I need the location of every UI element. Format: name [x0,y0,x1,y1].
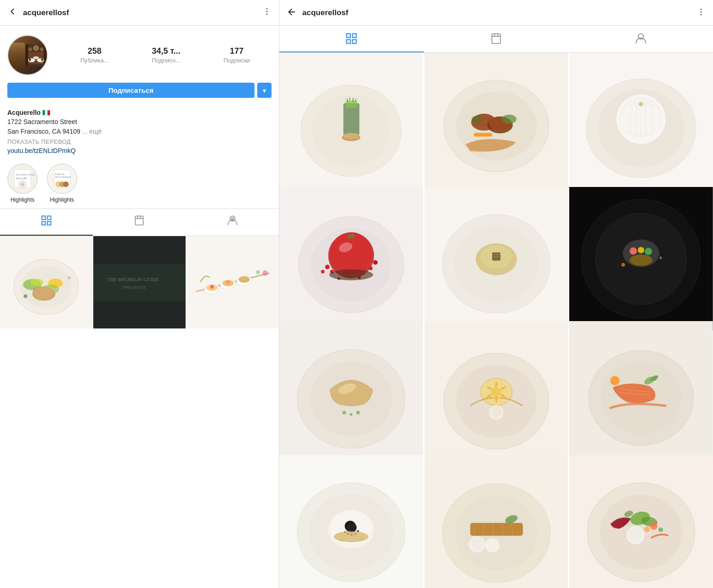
left-more-icon[interactable] [262,7,272,19]
svg-point-145 [630,247,637,254]
svg-rect-32 [47,221,51,225]
tab-igtv[interactable] [93,209,186,236]
svg-point-211 [658,527,663,532]
svg-rect-30 [47,216,51,220]
svg-point-127 [367,261,370,264]
following-label: Подписки [223,57,250,64]
right-photo-4[interactable] [279,187,423,331]
svg-point-186 [340,539,342,541]
right-tab-igtv[interactable] [424,26,569,52]
svg-point-68 [243,277,246,280]
bio-more[interactable]: ... ещё [82,128,102,135]
svg-rect-88 [345,101,357,108]
highlight-1-label: Highlights [11,197,35,203]
right-photo-12[interactable] [569,455,713,588]
highlight-1[interactable]: one rosette, for you black truffle Highl… [7,164,38,203]
svg-point-69 [262,270,268,276]
show-translation[interactable]: ПОКАЗАТЬ ПЕРЕВОД [7,138,272,145]
svg-point-12 [40,47,44,51]
right-photo-9[interactable] [569,321,713,465]
svg-point-155 [342,411,346,414]
svg-rect-138 [492,252,500,260]
back-icon[interactable] [7,6,17,19]
tab-grid[interactable] [0,209,93,236]
photo-cell[interactable] [187,236,279,328]
svg-point-208 [628,527,643,542]
svg-rect-8 [29,58,31,61]
right-photo-10[interactable] [279,455,423,588]
right-photo-6[interactable] [569,187,713,331]
following-count: 177 [230,46,243,56]
svg-point-130 [329,269,373,280]
svg-point-156 [350,413,352,416]
svg-point-90 [343,133,359,139]
svg-point-10 [33,45,39,51]
svg-point-210 [645,526,650,532]
svg-point-200 [485,538,499,553]
svg-point-21 [21,183,24,186]
bio-address-1: 1722 Sacramento Street [7,117,272,127]
right-back-icon[interactable] [287,7,297,19]
highlight-2-label: Highlights [50,197,74,203]
svg-point-126 [369,266,373,270]
followers-label: Подписч... [152,57,180,64]
right-photo-1[interactable] [279,53,423,197]
tab-tagged[interactable] [186,209,279,236]
bio-address-city: San Francisco, CA 94109 [7,128,80,135]
svg-point-0 [266,8,268,9]
svg-point-74 [701,14,702,15]
svg-point-115 [639,102,644,107]
right-photo-8[interactable] [424,321,568,465]
right-photo-11[interactable] [424,455,568,588]
svg-rect-33 [136,216,143,225]
svg-point-199 [470,537,483,550]
stat-posts[interactable]: 258 Публика... [80,46,109,64]
svg-point-209 [651,522,658,530]
right-tab-tagged[interactable] [568,26,713,52]
svg-point-5 [28,58,35,62]
avatar[interactable] [7,35,48,75]
highlight-2[interactable]: thank you top sf restaurant Highlights [47,164,77,203]
highlight-1-circle: one rosette, for you black truffle [7,164,38,194]
subscribe-button[interactable]: Подписаться [7,83,255,98]
right-photo-3[interactable] [569,53,713,197]
right-more-icon[interactable] [696,7,706,18]
photo-cell[interactable] [0,236,92,328]
svg-rect-192 [471,524,522,535]
right-photos-grid [279,53,713,588]
svg-point-125 [373,260,378,265]
svg-point-150 [659,256,662,259]
svg-point-122 [325,265,330,269]
tagged-icon [226,215,238,229]
right-photo-7[interactable] [279,321,423,465]
dropdown-button[interactable]: ▾ [257,83,272,98]
svg-rect-78 [353,40,356,43]
right-photo-5[interactable] [424,187,568,331]
svg-point-187 [361,538,362,540]
bio-address-2: San Francisco, CA 94109 ... ещё [7,127,272,136]
svg-point-103 [502,114,516,124]
igtv-icon [133,215,145,229]
svg-rect-13 [25,45,28,66]
highlights-section: one rosette, for you black truffle Highl… [0,158,279,209]
posts-label: Публика... [80,57,109,64]
right-tab-grid[interactable] [279,26,424,52]
svg-point-65 [226,280,230,284]
svg-rect-76 [353,34,356,38]
photo-cell[interactable]: THE MICHELIN GUIDE PRESENTS [93,236,186,328]
posts-count: 258 [88,46,102,56]
svg-rect-79 [492,34,501,44]
svg-point-147 [645,248,652,255]
right-header: acquerellosf [279,0,713,26]
bio-name: Acquerello 🇮🇹 [7,109,272,116]
svg-point-62 [210,285,214,289]
svg-text:black truffle: black truffle [16,177,27,180]
right-photo-2[interactable] [424,53,568,197]
stat-followers[interactable]: 34,5 т... Подписч... [152,46,180,64]
svg-point-6 [37,58,45,62]
right-panel: acquerellosf [279,0,713,588]
stat-following[interactable]: 177 Подписки [223,46,250,64]
bio-link[interactable]: youtu.be/tzENLtDPmkQ [7,147,272,154]
svg-point-7 [33,57,39,59]
svg-rect-102 [474,133,492,136]
